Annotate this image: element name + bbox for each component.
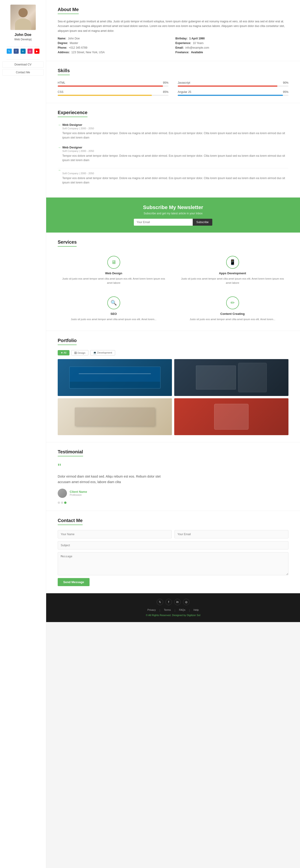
- contact-message-input[interactable]: [58, 552, 289, 575]
- filter-development-button[interactable]: 💻 Development: [90, 350, 115, 355]
- about-degree: Degree: Master: [58, 41, 171, 45]
- service-seo-title: SEO: [60, 312, 167, 315]
- skill-angular-name: Angular JS: [178, 90, 191, 94]
- skill-angular: Angular JS 95%: [178, 90, 289, 96]
- services-grid: 🖥 Web Design Justo sit justo eos amet te…: [58, 253, 289, 324]
- portfolio-item-1[interactable]: [58, 359, 172, 396]
- skill-html-name: HTML: [58, 81, 65, 84]
- testimonial-section: Testimonial " Dolor eirmod diam stet kas…: [46, 442, 300, 511]
- services-section: Services 🖥 Web Design Justo sit justo eo…: [46, 232, 300, 331]
- skill-html-bar: [58, 86, 168, 87]
- youtube-icon[interactable]: ▶: [34, 49, 39, 54]
- skill-css-percent: 85%: [163, 90, 168, 94]
- facebook-icon[interactable]: f: [13, 49, 19, 54]
- experience-value: 10 Years: [193, 41, 203, 45]
- service-apps-title: Apps Development: [179, 272, 286, 275]
- skill-js-name: Javascript: [178, 81, 190, 84]
- experience-label: Experience:: [175, 41, 191, 45]
- address-label: Address:: [58, 51, 70, 54]
- avatar: [10, 5, 36, 30]
- contact-submit-row: Send Message: [58, 578, 289, 586]
- exp-company-2: Soft Company | 2000 - 2050: [62, 150, 289, 152]
- newsletter-title: Subscribe My Newsletter: [58, 205, 289, 211]
- sidebar-divider: [6, 46, 39, 47]
- about-title: About Me: [58, 7, 79, 14]
- portfolio-filter: ★ All 🖼 Design 💻 Development: [58, 350, 289, 355]
- experience-title: Experiecence: [58, 110, 87, 117]
- linkedin-icon[interactable]: in: [21, 49, 26, 54]
- filter-all-button[interactable]: ★ All: [58, 350, 70, 355]
- name-label: Name:: [58, 37, 66, 40]
- service-seo: 🔍 SEO Justo sit justo eos amet tempor am…: [58, 294, 170, 324]
- freelance-value: Available: [191, 51, 203, 54]
- skill-css: CSS 85%: [58, 90, 168, 96]
- footer-linkedin-icon[interactable]: in: [174, 599, 181, 605]
- freelance-label: Freelance:: [175, 51, 189, 54]
- twitter-icon[interactable]: 𝕏: [7, 49, 12, 54]
- footer-help-link[interactable]: Help: [194, 609, 199, 612]
- filter-design-button[interactable]: 🖼 Design: [71, 350, 88, 355]
- skill-css-bar: [58, 95, 168, 96]
- contact-email-input[interactable]: [174, 530, 289, 538]
- skill-js-fill: [178, 86, 277, 87]
- testimonial-quote-icon: ": [58, 462, 289, 471]
- portfolio-grid: [58, 359, 289, 435]
- service-content: ✏ Content Creating Justo sit justo eos a…: [176, 294, 289, 324]
- address-value: 123 Street, New York, USA: [71, 51, 105, 54]
- contact-name-input[interactable]: [58, 530, 172, 538]
- skill-css-name: CSS: [58, 90, 63, 94]
- footer-faqs-link[interactable]: FAQs: [179, 609, 186, 612]
- contact-subject-input[interactable]: [58, 541, 289, 550]
- footer-privacy-link[interactable]: Privacy: [147, 609, 156, 612]
- service-web-design-title: Web Design: [60, 272, 167, 275]
- testimonial-author-info: Client Name Profession: [70, 490, 87, 496]
- about-address: Address: 123 Street, New York, USA: [58, 51, 171, 54]
- email-label: Email:: [175, 46, 184, 49]
- contact-title: Contact Me: [58, 518, 83, 525]
- service-content-desc: Justo sit justo eos amet tempor amet cli…: [179, 317, 286, 321]
- degree-label: Degree:: [58, 41, 68, 45]
- portfolio-item-3[interactable]: [58, 398, 172, 435]
- about-description: Sea et gubergren justo invidunt at amet …: [58, 19, 289, 33]
- skill-angular-percent: 95%: [283, 90, 289, 94]
- sidebar-social: 𝕏 f in ◎ ▶: [7, 49, 39, 54]
- degree-value: Master: [70, 41, 78, 45]
- testimonial-dot-2[interactable]: [61, 501, 63, 504]
- send-message-button[interactable]: Send Message: [58, 578, 89, 586]
- testimonial-profession: Profession: [70, 493, 87, 496]
- service-apps-desc: Justo sit justo eos amet tempor amet cli…: [179, 277, 286, 285]
- testimonial-text: Dolor eirmod diam stet kasd sed. Aliqu r…: [58, 474, 173, 485]
- about-info-grid: Name: John Doe Birthday: 1 April 1990 De…: [58, 37, 289, 54]
- footer-terms-link[interactable]: Terms: [164, 609, 171, 612]
- sidebar-nav: Download CV Contact Me: [2, 61, 44, 75]
- portfolio-title: Portfolio: [58, 338, 77, 345]
- footer-facebook-icon[interactable]: f: [165, 599, 172, 605]
- sidebar-title: Web Develop|: [14, 38, 32, 41]
- phone-value: +012 345 6789: [69, 46, 87, 49]
- newsletter-section: Subscribe My Newsletter Subscribe and ge…: [46, 197, 300, 232]
- testimonial-client-name: Client Name: [70, 490, 87, 493]
- experience-section: Experiecence Web Designer Soft Company |…: [46, 103, 300, 197]
- footer: 𝕏 f in ◎ Privacy | Terms | FAQs | Help ©…: [46, 593, 300, 622]
- content-icon: ✏: [226, 297, 239, 309]
- footer-copy-brand: Digitizer Sol: [187, 614, 200, 617]
- testimonial-dot-1[interactable]: [58, 501, 60, 504]
- instagram-icon[interactable]: ◎: [27, 49, 32, 54]
- exp-company-1: Soft Company | 2000 - 2050: [62, 127, 289, 130]
- download-cv-link[interactable]: Download CV: [2, 61, 44, 68]
- about-experience: Experience: 10 Years: [175, 41, 289, 45]
- contact-me-link[interactable]: Contact Me: [2, 69, 44, 75]
- testimonial-dots: [58, 501, 289, 504]
- portfolio-item-4[interactable]: [174, 398, 289, 435]
- testimonial-dot-3[interactable]: [64, 501, 66, 504]
- footer-twitter-icon[interactable]: 𝕏: [157, 599, 163, 605]
- skills-title: Skills: [58, 68, 70, 75]
- newsletter-email-input[interactable]: [134, 219, 193, 226]
- exp-item-1: Web Designer Soft Company | 2000 - 2050 …: [58, 123, 289, 140]
- skills-section: Skills HTML 95% Javascript 90%: [46, 61, 300, 103]
- footer-copyright: © All Rights Reserved. Designed by Digit…: [58, 614, 289, 617]
- portfolio-item-2[interactable]: [174, 359, 289, 396]
- newsletter-subscribe-button[interactable]: Subscribe: [193, 219, 212, 226]
- footer-social: 𝕏 f in ◎: [58, 599, 289, 605]
- footer-instagram-icon[interactable]: ◎: [183, 599, 189, 605]
